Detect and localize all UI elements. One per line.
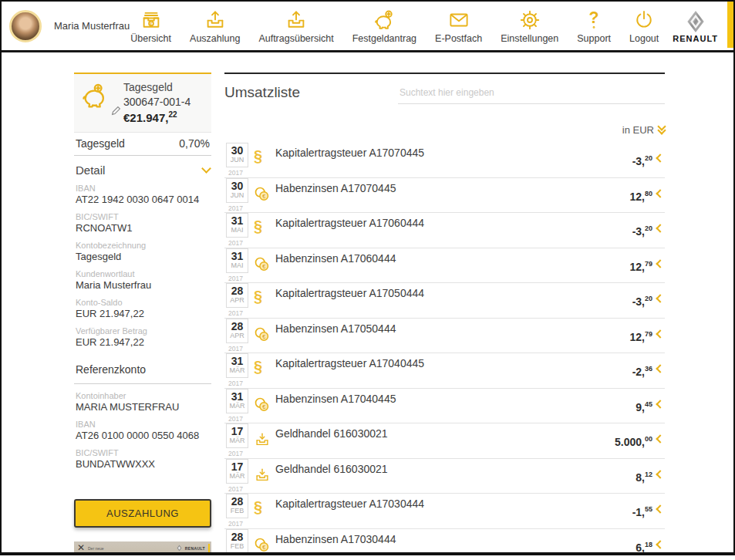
nav-item-einstellungen[interactable]: Einstellungen: [501, 8, 558, 44]
page-title: Umsatzliste: [224, 84, 300, 101]
date-year: 2017: [228, 520, 243, 528]
renault-diamond-icon: [683, 9, 708, 34]
chevron-left-icon: [656, 224, 664, 232]
transaction-row[interactable]: 30 JUN 2017 § Kapitalertragsteuer A17070…: [224, 143, 665, 178]
date-month: APR: [227, 297, 248, 305]
transaction-description: Geldhandel 616030021: [275, 427, 388, 440]
payout-button[interactable]: AUSZAHLUNG: [74, 499, 211, 528]
field-value: EUR 21.947,22: [74, 336, 211, 348]
edit-pencil-icon[interactable]: [111, 105, 121, 119]
reference-field: IBAN AT26 0100 0000 0550 4068: [74, 420, 211, 441]
transaction-row[interactable]: 28 FEB 2017 € Habenzinsen A17030444 6,18: [224, 529, 665, 556]
transaction-row[interactable]: 28 APR 2017 € Habenzinsen A17050444 12,7…: [224, 319, 665, 354]
transaction-row[interactable]: 28 FEB 2017 § Kapitalertragsteuer A17030…: [224, 494, 665, 529]
koleos-ad-banner[interactable]: ✕ Der neue Renault KOLEOS Crossover by R…: [74, 541, 211, 555]
nav-item-logout[interactable]: Logout: [629, 8, 659, 44]
date-box: 28 FEB: [226, 529, 248, 554]
transaction-description: Geldhandel 616030021: [275, 463, 388, 475]
field-label: BIC/SWIFT: [74, 448, 211, 457]
transaction-row[interactable]: 17 MÄR 2017 Geldhandel 616030021 8,12: [224, 459, 665, 494]
app-window: Maria Musterfrau € Übersicht Auszahlung …: [0, 0, 735, 555]
date-box: 31 MAI: [226, 248, 248, 273]
field-label: Verfügbarer Betrag: [74, 326, 211, 336]
question-icon: ?: [582, 8, 605, 32]
transaction-description: Habenzinsen A17030444: [275, 533, 396, 545]
ad-renault-logo: RENAULT: [176, 545, 205, 552]
tray-in-icon: [254, 467, 272, 487]
user-name: Maria Musterfrau: [54, 20, 130, 32]
transaction-row[interactable]: 31 MAI 2017 § Kapitalertragsteuer A17060…: [224, 213, 665, 248]
chevron-left-icon: [656, 364, 664, 373]
tray-in-icon: [254, 431, 272, 451]
nav-item-auftragsuebersicht[interactable]: Auftragsübersicht: [258, 8, 333, 44]
transaction-description: Habenzinsen A17050444: [275, 322, 396, 335]
nav-label: Übersicht: [130, 33, 171, 44]
ad-gold-bar: [208, 544, 210, 553]
double-chevron-down-icon: [659, 123, 665, 133]
account-card[interactable]: Tagesgeld 300647-001-4 €21.947,22: [74, 73, 211, 133]
date-day: 28: [227, 496, 248, 508]
transactions-header: Umsatzliste: [224, 84, 665, 104]
date-year: 2017: [228, 555, 243, 556]
date-box: 28 APR: [226, 283, 248, 308]
transaction-row[interactable]: 28 APR 2017 § Kapitalertragsteuer A17050…: [224, 283, 665, 319]
payout-tray-icon: [204, 8, 227, 32]
date-day: 31: [227, 215, 248, 227]
coins-icon: €: [254, 256, 272, 276]
piggy-bank-icon: [79, 80, 111, 126]
nav-label: E-Postfach: [435, 33, 482, 44]
nav-label: Support: [577, 33, 611, 44]
chevron-left-icon: [656, 329, 664, 338]
detail-section-toggle[interactable]: Detail: [74, 164, 211, 177]
nav-item-auszahlung[interactable]: Auszahlung: [190, 8, 240, 44]
nav-label: Auftragsübersicht: [258, 33, 333, 44]
field-value: MARIA MUSTERFRAU: [74, 401, 211, 413]
account-sidebar: Tagesgeld 300647-001-4 €21.947,22 Tagesg…: [74, 73, 211, 555]
date-month: FEB: [227, 543, 248, 551]
detail-fields: IBAN AT22 1942 0030 0647 0014 BIC/SWIFT …: [74, 184, 211, 348]
svg-text:€: €: [262, 263, 265, 269]
detail-field: BIC/SWIFT RCNOATW1: [74, 212, 211, 234]
date-box: 30 JUN: [226, 143, 248, 167]
search-input[interactable]: [398, 84, 665, 104]
date-year: 2017: [228, 309, 243, 317]
date-day: 31: [227, 356, 248, 367]
ad-title: Renault KOLEOS: [79, 551, 152, 555]
avatar: [9, 10, 42, 42]
transaction-list: 30 JUN 2017 § Kapitalertragsteuer A17070…: [224, 143, 665, 555]
nav-item-uebersicht[interactable]: € Übersicht: [130, 8, 171, 44]
coins-icon: €: [254, 396, 272, 417]
nav-label: Festgeldantrag: [352, 33, 416, 44]
date-month: JUN: [227, 192, 248, 200]
transaction-amount: 9,45: [636, 400, 652, 413]
transaction-row[interactable]: 31 MAI 2017 € Habenzinsen A17060444 12,7…: [224, 248, 665, 284]
transaction-row[interactable]: 30 JUN 2017 € Habenzinsen A17070445 12,8…: [224, 178, 665, 214]
currency-sort-control[interactable]: in EUR: [224, 121, 665, 138]
user-profile[interactable]: Maria Musterfrau: [9, 10, 130, 42]
date-month: FEB: [227, 508, 248, 515]
reference-fields: Kontoinhaber MARIA MUSTERFRAU IBAN AT26 …: [74, 391, 211, 470]
nav-item-support[interactable]: ? Support: [577, 8, 611, 44]
chevron-left-icon: [656, 294, 664, 302]
transaction-row[interactable]: 31 MÄR 2017 § Kapitalertragsteuer A17040…: [224, 353, 665, 389]
svg-text:€: €: [262, 544, 265, 550]
nav-item-epostfach[interactable]: E-Postfach: [435, 8, 482, 44]
field-value: AT22 1942 0030 0647 0014: [74, 194, 211, 205]
date-box: 31 MAI: [226, 213, 248, 238]
date-box: 31 MÄR: [226, 389, 248, 413]
chevron-left-icon: [656, 504, 664, 513]
detail-field: Kundenwortlaut Maria Musterfrau: [74, 269, 211, 291]
date-year: 2017: [228, 275, 243, 282]
detail-field: Kontobezeichnung Tagesgeld: [74, 241, 211, 262]
transaction-description: Habenzinsen A17060444: [275, 252, 396, 265]
field-value: AT26 0100 0000 0550 4068: [74, 430, 211, 441]
top-bar: Maria Musterfrau € Übersicht Auszahlung …: [2, 2, 733, 52]
svg-text:?: ?: [589, 8, 599, 27]
nav-item-festgeldantrag[interactable]: Festgeldantrag: [352, 8, 416, 44]
transaction-amount: 8,12: [636, 471, 652, 484]
field-label: IBAN: [74, 184, 211, 193]
chevron-left-icon: [656, 259, 664, 268]
transaction-amount: -3,20: [632, 295, 652, 308]
transaction-row[interactable]: 17 MÄR 2017 Geldhandel 616030021 5.000,0…: [224, 423, 665, 459]
transaction-row[interactable]: 31 MÄR 2017 € Habenzinsen A17040445 9,45: [224, 389, 665, 424]
